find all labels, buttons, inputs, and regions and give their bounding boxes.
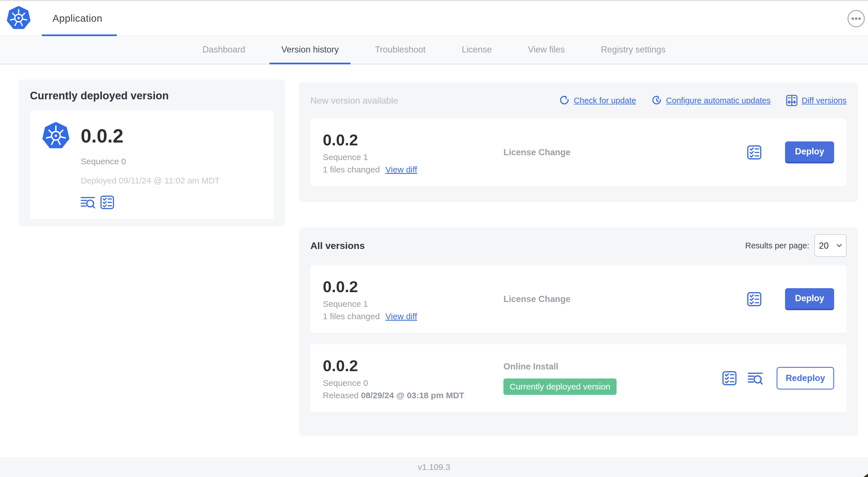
- refresh-icon: [559, 95, 570, 106]
- page-content: Currently deployed version 0.0.2 Sequenc…: [0, 65, 868, 457]
- console-version-label: v1.109.3: [417, 462, 450, 472]
- tab-version-history[interactable]: Version history: [270, 37, 350, 64]
- version-source-label: License Change: [503, 147, 747, 157]
- kubernetes-app-icon: [42, 122, 69, 149]
- redeploy-button[interactable]: Redeploy: [777, 367, 834, 389]
- sequence-label: Sequence 1: [323, 299, 503, 309]
- release-notes-button[interactable]: [722, 370, 737, 386]
- released-timestamp: Released 08/29/24 @ 03:18 pm MDT: [323, 391, 503, 400]
- version-number: 0.0.2: [323, 356, 503, 375]
- deploy-button[interactable]: Deploy: [785, 141, 834, 163]
- current-version-number: 0.0.2: [81, 125, 123, 147]
- section-tabbar: Dashboard Version history Troubleshoot L…: [0, 37, 868, 64]
- kubernetes-logo-icon: [7, 6, 30, 30]
- checklist-icon: [747, 145, 762, 160]
- app-tab-active-underline: [42, 34, 117, 36]
- overflow-menu-button[interactable]: [847, 9, 865, 28]
- schedule-update-icon: [651, 95, 662, 106]
- app-header: Application: [0, 1, 868, 36]
- view-logs-button[interactable]: [748, 370, 763, 386]
- page-footer: v1.109.3: [0, 457, 868, 477]
- app-title: Application: [53, 13, 102, 24]
- version-number: 0.0.2: [323, 277, 503, 296]
- check-for-update-link[interactable]: Check for update: [559, 95, 636, 106]
- version-number: 0.0.2: [323, 131, 503, 149]
- release-notes-button[interactable]: [747, 145, 762, 160]
- checklist-icon: [747, 292, 762, 307]
- tab-license[interactable]: License: [450, 37, 504, 64]
- release-notes-button[interactable]: [100, 195, 115, 210]
- diff-versions-link[interactable]: Diff versions: [786, 94, 846, 107]
- tab-view-files[interactable]: View files: [516, 37, 577, 64]
- release-notes-button[interactable]: [747, 292, 762, 307]
- tab-dashboard[interactable]: Dashboard: [190, 37, 257, 64]
- version-source-label: Online Install: [503, 362, 722, 372]
- version-row: 0.0.2 Sequence 1 1 files changed View di…: [310, 265, 846, 333]
- currently-deployed-title: Currently deployed version: [30, 90, 274, 102]
- currently-deployed-card: 0.0.2 Sequence 0 Deployed 09/11/24 @ 11:…: [30, 110, 274, 219]
- deploy-button[interactable]: Deploy: [785, 288, 834, 310]
- version-source-label: License Change: [503, 294, 747, 304]
- view-diff-link[interactable]: View diff: [385, 311, 417, 321]
- current-deployed-timestamp: Deployed 09/11/24 @ 11:02 am MDT: [81, 176, 261, 185]
- ellipsis-icon: [847, 9, 865, 28]
- view-logs-button[interactable]: [81, 195, 95, 210]
- new-version-row: 0.0.2 Sequence 1 1 files changed View di…: [310, 119, 846, 186]
- screen-corner-artifact: [864, 474, 868, 477]
- currently-deployed-panel: Currently deployed version 0.0.2 Sequenc…: [19, 80, 285, 226]
- tab-troubleshoot[interactable]: Troubleshoot: [363, 37, 437, 64]
- sequence-label: Sequence 1: [323, 152, 503, 162]
- checklist-icon: [100, 195, 115, 210]
- files-changed-label: 1 files changed: [323, 165, 380, 174]
- view-diff-link[interactable]: View diff: [385, 165, 417, 174]
- sequence-label: Sequence 0: [323, 378, 503, 388]
- diff-icon: [786, 94, 798, 107]
- files-changed-label: 1 files changed: [323, 311, 380, 321]
- all-versions-panel: All versions Results per page: 20 0.0.2 …: [299, 228, 858, 436]
- version-row: 0.0.2 Sequence 0 Released 08/29/24 @ 03:…: [310, 344, 846, 412]
- all-versions-title: All versions: [310, 240, 365, 251]
- new-version-title: New version available: [310, 95, 398, 106]
- configure-automatic-updates-link[interactable]: Configure automatic updates: [651, 95, 771, 106]
- new-version-panel: New version available Check for update C…: [299, 82, 858, 202]
- checklist-icon: [722, 370, 737, 386]
- app-tab-application[interactable]: Application: [53, 1, 102, 35]
- results-per-page-select[interactable]: 20: [814, 234, 846, 257]
- tab-registry-settings[interactable]: Registry settings: [589, 37, 677, 64]
- currently-deployed-badge: Currently deployed version: [503, 379, 617, 395]
- logs-icon: [81, 195, 95, 210]
- logs-icon: [748, 370, 763, 386]
- current-sequence-label: Sequence 0: [81, 157, 261, 166]
- results-per-page-label: Results per page:: [745, 241, 809, 250]
